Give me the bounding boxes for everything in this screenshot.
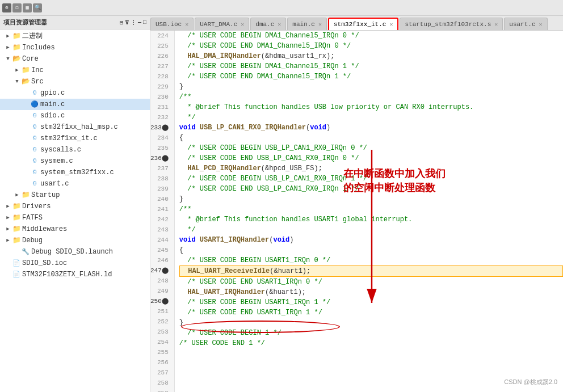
sidebar-item-label: sdio.c [40, 111, 65, 121]
line-num: 257 [150, 368, 171, 378]
sidebar-item-binary[interactable]: ▶ 📁 二进制 [0, 31, 150, 42]
code-line: /** [179, 92, 563, 102]
collapse-arrow: ▶ [14, 192, 20, 199]
sidebar-item-system-c[interactable]: © system_stm32f1xx.c [0, 167, 150, 178]
code-line: } [179, 318, 563, 328]
sidebar-item-gpio-c[interactable]: © gpio.c [0, 87, 150, 99]
filter-icon[interactable]: ⊽ [125, 19, 129, 26]
tab-label: dma.c [255, 21, 274, 28]
main-toolbar: ⚙ ◻ ▦ 🔍 [0, 0, 563, 16]
tab-usb-ioc[interactable]: USB.ioc ✕ [150, 18, 194, 30]
code-editor[interactable]: 224 225 226 227 228 229 230 231 232 233⬤… [150, 31, 563, 392]
tab-close-icon[interactable]: ✕ [185, 21, 188, 28]
tab-uart-dma-c[interactable]: UART_DMA.c ✕ [195, 18, 249, 30]
code-line: /* USER CODE BEGIN 1 */ [179, 328, 563, 338]
sidebar-item-inc[interactable]: ▶ 📁 Inc [0, 65, 150, 76]
tab-close-icon[interactable]: ✕ [539, 21, 543, 28]
code-line: /* USER CODE END DMA1_Channel5_IRQn 1 */ [179, 71, 563, 82]
line-num: 247⬤ [150, 265, 171, 276]
sidebar-item-sdio-ioc[interactable]: 📄 SDIO_SD.ioc [0, 258, 150, 269]
line-num: 244 [150, 235, 171, 245]
sidebar-item-middlewares[interactable]: ▶ 📁 Middlewares [0, 224, 150, 235]
sidebar-item-drivers[interactable]: ▶ 📁 Drivers [0, 201, 150, 212]
sidebar-item-usart-c[interactable]: © usart.c [0, 178, 150, 189]
spacer [5, 271, 11, 278]
sidebar-item-fatfs[interactable]: ▶ 📁 FATFS [0, 212, 150, 224]
sidebar-item-debug-sdio[interactable]: 🔧 Debug SDIO_SD.launch [0, 246, 150, 258]
file-icon: © [31, 134, 39, 142]
file-main-icon: 🔵 [31, 100, 39, 108]
spacer [23, 112, 30, 119]
file-icon: © [31, 168, 39, 176]
file-icon: © [31, 146, 39, 154]
tab-close-icon[interactable]: ✕ [318, 21, 322, 28]
sidebar-item-label: SDIO_SD.ioc [22, 258, 67, 268]
sidebar-item-label: stm32f1xx_it.c [40, 133, 98, 144]
annotation-text: 在中断函数中加入我们 的空闲中断处理函数 [343, 167, 446, 195]
sidebar-item-hal-msp-c[interactable]: © stm32f1xx_hal_msp.c [0, 121, 150, 133]
sidebar-item-sysmem-c[interactable]: © sysmem.c [0, 155, 150, 167]
collapse-icon[interactable]: ⊟ [120, 19, 123, 26]
tab-close-icon[interactable]: ✕ [241, 21, 244, 28]
sidebar-item-label: Startup [31, 190, 60, 200]
tab-close-icon[interactable]: ✕ [389, 21, 393, 28]
sidebar-item-src[interactable]: ▼ 📂 Src [0, 76, 150, 87]
line-num: 229 [150, 82, 171, 92]
tab-usart-c[interactable]: usart.c ✕ [504, 18, 547, 30]
folder-icon: 📁 [12, 203, 20, 210]
line-num: 225 [150, 41, 171, 51]
folder-icon: 📁 [22, 191, 30, 199]
line-num: 233⬤ [150, 123, 171, 133]
sidebar-item-label: 二进制 [22, 31, 43, 41]
sidebar-item-debug[interactable]: ▶ 📁 Debug [0, 235, 150, 246]
sidebar-item-label: Includes [22, 43, 55, 53]
sidebar-item-core[interactable]: ▼ 📂 Core [0, 53, 150, 65]
line-num: 252 [150, 317, 171, 327]
tab-label: startup_stm32f103rctx.s [405, 21, 491, 28]
menu-icon[interactable]: ⋮ [131, 19, 136, 26]
tab-label: main.c [292, 21, 315, 28]
collapse-arrow: ▼ [5, 56, 11, 62]
folder-icon: 📁 [12, 225, 20, 233]
sidebar-item-label: Middlewares [22, 224, 67, 234]
main-layout: 项目资源管理器 ⊟ ⊽ ⋮ — □ ▶ 📁 二进制 ▶ 📁 [0, 16, 563, 392]
toolbar-icon-2: ◻ [12, 3, 22, 12]
code-line: /** [179, 204, 563, 214]
sidebar-title: 项目资源管理器 [3, 18, 47, 27]
sidebar-item-sdio-c[interactable]: © sdio.c [0, 110, 150, 121]
tab-main-c[interactable]: main.c ✕ [287, 18, 327, 30]
sidebar-item-startup[interactable]: ▶ 📁 Startup [0, 189, 150, 201]
highlighted-code-line: HAL_UART_ReceiveIdle(&huart1); [179, 265, 563, 277]
sidebar-item-label: system_stm32f1xx.c [40, 167, 114, 178]
folder-icon: 📁 [12, 214, 20, 222]
tab-dma-c[interactable]: dma.c ✕ [250, 18, 286, 30]
code-line: /* USER CODE END USART1_IRQn 1 */ [179, 307, 563, 318]
line-num: 254 [150, 337, 171, 347]
sidebar-item-flash-ld[interactable]: 📄 STM32F103ZETX_FLASH.ld [0, 269, 150, 280]
sidebar-item-main-c[interactable]: 🔵 main.c [0, 99, 150, 110]
code-line: /* USER CODE BEGIN DMA1_Channel5_IRQn 1 … [179, 61, 563, 71]
file-icon: © [31, 157, 39, 165]
sidebar-tree[interactable]: ▶ 📁 二进制 ▶ 📁 Includes ▼ 📂 Core ▶ [0, 29, 150, 392]
file-launch-icon: 🔧 [22, 248, 30, 256]
collapse-arrow: ▶ [5, 214, 11, 221]
annotation-line1: 在中断函数中加入我们 [343, 167, 446, 181]
sidebar-item-syscalls-c[interactable]: © syscalls.c [0, 144, 150, 155]
folder-icon: 📁 [12, 44, 20, 52]
toolbar-icon-4: 🔍 [33, 3, 42, 12]
sidebar-item-includes[interactable]: ▶ 📁 Includes [0, 42, 150, 53]
collapse-arrow: ▼ [14, 78, 20, 85]
folder-open-icon: 📂 [22, 78, 30, 86]
line-num: 249 [150, 286, 171, 296]
toolbar-icon-3: ▦ [23, 3, 32, 12]
tab-stm32f1xx-it-c[interactable]: stm32f1xx_it.c ✕ [328, 18, 398, 30]
tab-close-icon[interactable]: ✕ [278, 21, 281, 28]
line-num: 253 [150, 327, 171, 337]
minimize-icon[interactable]: — [138, 19, 141, 26]
line-num: 259 [150, 388, 171, 392]
sidebar-item-it-c[interactable]: © stm32f1xx_it.c [0, 133, 150, 144]
tab-close-icon[interactable]: ✕ [494, 21, 498, 28]
maximize-icon[interactable]: □ [143, 19, 146, 26]
tab-startup-s[interactable]: startup_stm32f103rctx.s ✕ [400, 18, 503, 30]
spacer [23, 90, 30, 96]
